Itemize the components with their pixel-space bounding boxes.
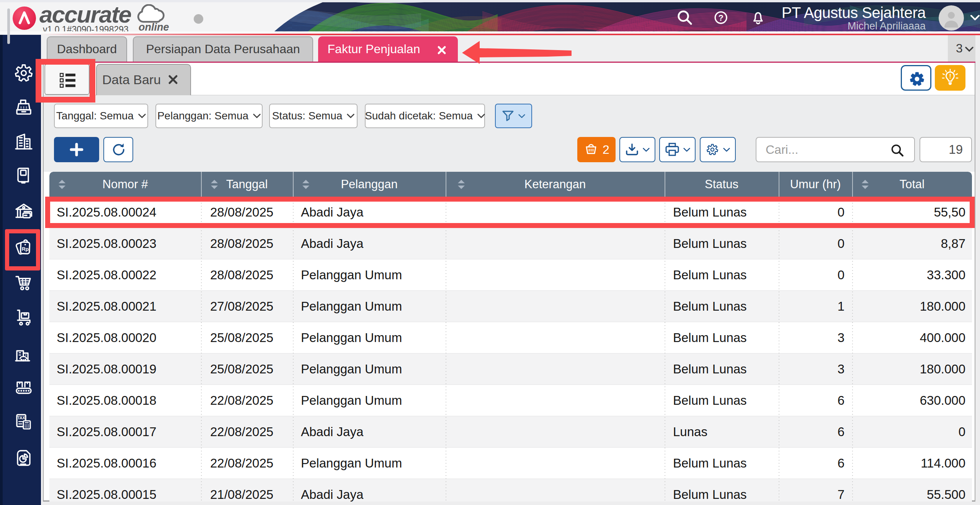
svg-text:TAX: TAX: [17, 415, 25, 420]
svg-text:!: !: [949, 73, 951, 80]
svg-text:?: ?: [718, 13, 724, 23]
svg-text:Rp: Rp: [22, 246, 29, 252]
